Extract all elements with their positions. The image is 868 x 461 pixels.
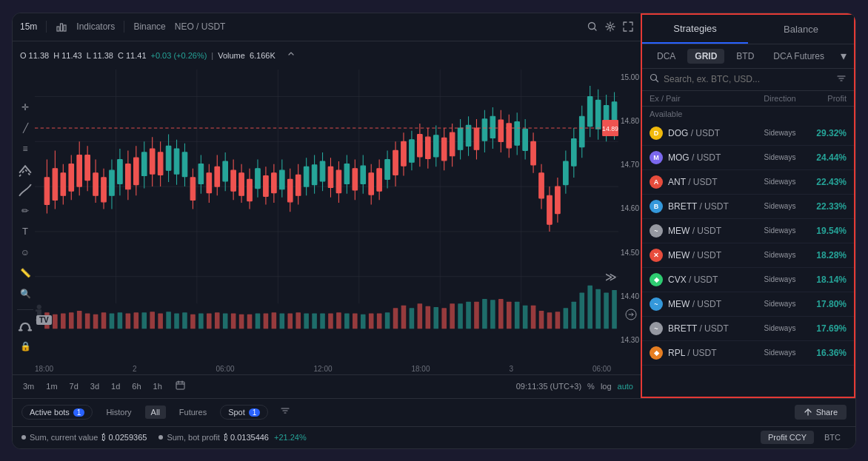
filter-options-icon[interactable] <box>836 73 847 86</box>
filter-dca-futures[interactable]: DCA Futures <box>766 49 832 64</box>
indicators-button[interactable]: Indicators <box>76 21 115 32</box>
time-value: 09:11:35 (UTC+3) <box>516 382 581 391</box>
tab-balance[interactable]: Balance <box>748 15 854 44</box>
price-level-2: 14.80 <box>621 117 639 125</box>
pair-name-2: ANT / USDT <box>668 177 754 187</box>
futures-tab[interactable]: Futures <box>173 406 213 419</box>
svg-rect-209 <box>256 313 261 329</box>
pair-name-1: MOG / USDT <box>668 152 754 163</box>
timeframe-selector[interactable]: 15m <box>20 21 37 32</box>
close-price: C 11.41 <box>118 51 147 60</box>
hide-icon[interactable] <box>287 50 296 59</box>
scroll-arrow[interactable] <box>625 309 637 323</box>
settings-icon[interactable] <box>605 21 615 32</box>
x-label-7: 06:00 <box>592 365 611 373</box>
log-label[interactable]: log <box>601 382 612 391</box>
high-price: H 11.43 <box>53 51 82 60</box>
direction-0: Sideways <box>754 129 806 137</box>
ruler-tool[interactable]: 📏 <box>17 265 33 281</box>
pct-label[interactable]: % <box>587 382 595 391</box>
channel-tool[interactable] <box>17 161 33 178</box>
filter-grid[interactable]: GRID <box>687 49 724 64</box>
svg-rect-20 <box>44 177 50 203</box>
fullscreen-icon[interactable] <box>623 21 633 32</box>
btc-button[interactable]: BTC <box>818 431 847 444</box>
time-3d[interactable]: 3d <box>87 380 102 392</box>
price-change: +0.03 (+0.26%) <box>151 51 207 60</box>
strategy-row-8[interactable]: ~BRETT / USDTSideways17.69% <box>642 317 854 341</box>
cursor-tool[interactable]: ✛ <box>17 99 33 115</box>
chart-type-icon[interactable] <box>56 21 67 33</box>
time-6h[interactable]: 6h <box>129 380 144 392</box>
tab-strategies[interactable]: Strategies <box>642 15 748 44</box>
svg-rect-216 <box>385 312 390 329</box>
horizontal-line-tool[interactable]: ≡ <box>17 141 33 157</box>
time-7d[interactable]: 7d <box>67 380 81 392</box>
history-tab[interactable]: History <box>100 406 137 419</box>
profit-9: 16.36% <box>806 348 847 358</box>
chart-toolbar: 15m Indicators Binance <box>13 13 641 41</box>
calendar-icon[interactable] <box>176 380 185 393</box>
time-3m[interactable]: 3m <box>20 380 37 392</box>
zoom-tool[interactable]: 🔍 <box>17 286 33 302</box>
col-pair: Ex / Pair <box>650 94 754 103</box>
filter-btd[interactable]: BTD <box>729 49 761 64</box>
profit-ccy-button[interactable]: Profit CCY <box>761 431 814 444</box>
active-bots-tab[interactable]: Active bots 1 <box>21 405 93 420</box>
time-1m[interactable]: 1m <box>43 380 60 392</box>
strategy-row-1[interactable]: MMOG / USDTSideways24.44% <box>642 146 854 170</box>
strategy-row-3[interactable]: BBRETT / USDTSideways22.33% <box>642 195 854 219</box>
emoji-tool[interactable]: ☺ <box>17 244 33 260</box>
magnet-tool[interactable] <box>17 317 33 334</box>
low-price: L 11.38 <box>87 51 113 60</box>
svg-line-242 <box>656 80 658 82</box>
fib-tool[interactable] <box>17 182 33 198</box>
filter-icon-bottom[interactable] <box>280 406 290 419</box>
filter-more-icon[interactable]: ▾ <box>841 49 847 63</box>
svg-rect-183 <box>328 313 333 329</box>
profit-8: 17.69% <box>806 323 847 334</box>
pair-name-4: MEW / USDT <box>668 226 754 236</box>
svg-rect-177 <box>239 314 244 328</box>
strategy-row-9[interactable]: ◆RPL / USDTSideways16.36% <box>642 341 854 366</box>
svg-rect-134 <box>433 135 438 156</box>
pair-name-9: RPL / USDT <box>668 348 754 358</box>
table-header: Ex / Pair Direction Profit <box>642 91 854 107</box>
filter-dca[interactable]: DCA <box>650 49 683 64</box>
price-level-1: 15.00 <box>621 73 639 81</box>
share-button[interactable]: Share <box>795 405 847 420</box>
search-icon-toolbar[interactable] <box>587 21 598 32</box>
pencil-tool[interactable]: ✏ <box>17 203 33 219</box>
svg-rect-2 <box>64 25 66 31</box>
all-tab[interactable]: All <box>145 406 166 419</box>
svg-rect-112 <box>198 164 204 184</box>
strategy-row-4[interactable]: ~MEW / USDTSideways19.54% <box>642 219 854 243</box>
text-tool[interactable]: T <box>17 223 33 240</box>
line-tool[interactable]: ╱ <box>17 120 33 136</box>
col-profit: Profit <box>806 94 847 103</box>
strategy-row-7[interactable]: ~MEW / USDTSideways17.80% <box>642 292 854 317</box>
drawing-tools: ✛ ╱ ≡ ✏ T <box>17 99 33 354</box>
svg-rect-206 <box>182 312 187 329</box>
spot-tab[interactable]: Spot 1 <box>220 405 268 420</box>
svg-rect-26 <box>69 164 74 190</box>
x-label-1: 18:00 <box>35 365 53 373</box>
svg-rect-162 <box>53 314 58 328</box>
time-1h[interactable]: 1h <box>150 380 165 392</box>
auto-label[interactable]: auto <box>618 382 633 391</box>
svg-rect-154 <box>587 96 592 126</box>
direction-2: Sideways <box>754 178 806 186</box>
strategy-row-6[interactable]: ◆CVX / USDTSideways18.14% <box>642 268 854 292</box>
svg-rect-30 <box>85 155 90 180</box>
time-1d[interactable]: 1d <box>108 380 123 392</box>
strategy-row-5[interactable]: ✕MEW / USDTSideways18.28% <box>642 243 854 268</box>
price-level-6: 14.40 <box>621 292 639 300</box>
strategy-row-0[interactable]: DDOG / USDTSideways29.32% <box>642 121 854 146</box>
lock-tool[interactable]: 🔒 <box>17 338 33 354</box>
svg-rect-24 <box>61 172 66 195</box>
strategy-search-input[interactable] <box>664 74 832 84</box>
price-axis: 15.00 14.80 14.70 14.60 14.50 14.40 14.3… <box>621 70 639 349</box>
svg-rect-0 <box>57 27 59 31</box>
svg-rect-165 <box>77 310 82 328</box>
strategy-row-2[interactable]: AANT / USDTSideways22.43% <box>642 170 854 195</box>
